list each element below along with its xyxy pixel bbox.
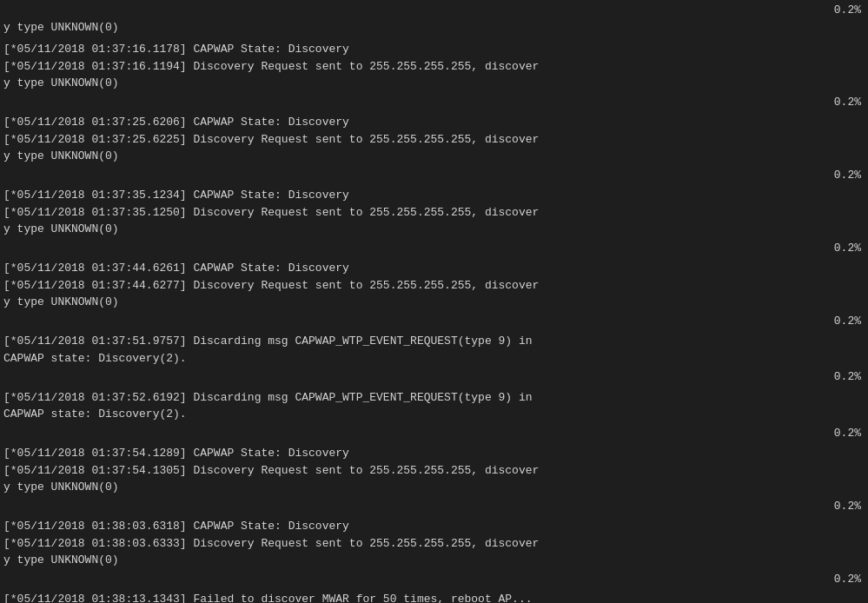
log-line-6-0: [*05/11/2018 01:37:52.6192] Discarding m… [0,389,868,407]
log-line-7-2: y type UNKNOWN(0) [0,479,868,496]
log-line-8-2: y type UNKNOWN(0) [0,552,868,569]
percentage-0: 0.2% [0,2,868,19]
log-block-2: [*05/11/2018 01:37:25.6206] CAPWAP State… [0,112,868,185]
log-line-2-2: y type UNKNOWN(0) [0,148,868,165]
log-block-1: [*05/11/2018 01:37:16.1178] CAPWAP State… [0,39,868,112]
log-container[interactable]: 0.2%y type UNKNOWN(0)[*05/11/2018 01:37:… [0,0,868,603]
log-line-6-1: CAPWAP state: Discovery(2). [0,406,868,423]
log-block-7: [*05/11/2018 01:37:54.1289] CAPWAP State… [0,443,868,516]
log-block-8: [*05/11/2018 01:38:03.6318] CAPWAP State… [0,516,868,589]
log-line-4-2: y type UNKNOWN(0) [0,294,868,311]
log-block-3: [*05/11/2018 01:37:35.1234] CAPWAP State… [0,185,868,258]
log-line-7-0: [*05/11/2018 01:37:54.1289] CAPWAP State… [0,445,868,462]
log-line-4-0: [*05/11/2018 01:37:44.6261] CAPWAP State… [0,260,868,277]
percentage-8: 0.2% [0,571,868,588]
log-block-4: [*05/11/2018 01:37:44.6261] CAPWAP State… [0,258,868,331]
percentage-6: 0.2% [0,425,868,442]
log-line-3-0: [*05/11/2018 01:37:35.1234] CAPWAP State… [0,187,868,204]
log-line-8-1: [*05/11/2018 01:38:03.6333] Discovery Re… [0,535,868,553]
log-line-1-1: [*05/11/2018 01:37:16.1194] Discovery Re… [0,58,868,76]
log-line-8-0: [*05/11/2018 01:38:03.6318] CAPWAP State… [0,518,868,535]
log-line-7-1: [*05/11/2018 01:37:54.1305] Discovery Re… [0,462,868,480]
log-line-1-0: [*05/11/2018 01:37:16.1178] CAPWAP State… [0,41,868,58]
log-line-5-0: [*05/11/2018 01:37:51.9757] Discarding m… [0,333,868,350]
percentage-3: 0.2% [0,240,868,257]
log-line-2-0: [*05/11/2018 01:37:25.6206] CAPWAP State… [0,114,868,131]
log-line-9-0: [*05/11/2018 01:38:13.1343] Failed to di… [0,591,868,603]
log-block-9: [*05/11/2018 01:38:13.1343] Failed to di… [0,589,868,603]
log-block-5: [*05/11/2018 01:37:51.9757] Discarding m… [0,331,868,388]
log-line-2-1: [*05/11/2018 01:37:25.6225] Discovery Re… [0,131,868,149]
log-line-0-0: y type UNKNOWN(0) [0,19,868,36]
log-block-0: 0.2%y type UNKNOWN(0) [0,0,868,39]
percentage-1: 0.2% [0,94,868,111]
percentage-4: 0.2% [0,313,868,330]
log-line-3-2: y type UNKNOWN(0) [0,221,868,238]
log-line-5-1: CAPWAP state: Discovery(2). [0,350,868,368]
percentage-2: 0.2% [0,167,868,184]
log-line-1-2: y type UNKNOWN(0) [0,75,868,92]
percentage-5: 0.2% [0,368,868,386]
log-line-3-1: [*05/11/2018 01:37:35.1250] Discovery Re… [0,204,868,222]
log-line-4-1: [*05/11/2018 01:37:44.6277] Discovery Re… [0,277,868,295]
log-block-6: [*05/11/2018 01:37:52.6192] Discarding m… [0,388,868,444]
percentage-7: 0.2% [0,498,868,515]
